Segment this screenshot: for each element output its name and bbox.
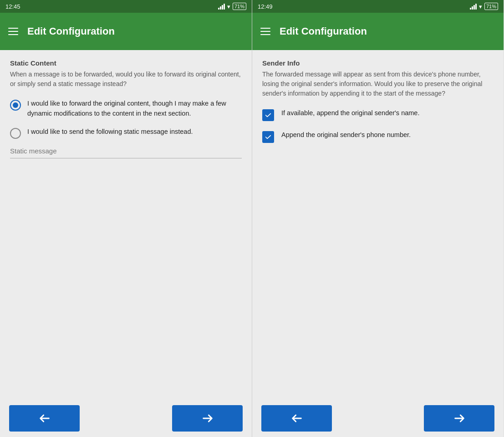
next-button-1[interactable] — [172, 405, 243, 432]
checkbox-box-1 — [262, 109, 274, 121]
status-icons-2: ▾ 71% — [470, 3, 498, 10]
radio-label-1: I would like to forward the original con… — [27, 99, 242, 119]
time-2: 12:49 — [258, 3, 273, 10]
back-arrow-icon-2 — [290, 412, 303, 425]
signal-icon-1 — [218, 3, 225, 10]
battery-1: 71% — [233, 3, 246, 10]
radio-circle-2 — [10, 128, 21, 139]
screen-1: 12:45 ▾ 71% Edit Configuration Static Co… — [0, 0, 252, 437]
bottom-nav-1 — [0, 400, 252, 437]
radio-option-1[interactable]: I would like to forward the original con… — [10, 99, 242, 119]
radio-label-2: I would like to send the following stati… — [27, 127, 193, 137]
section-desc-1: When a message is to be forwarded, would… — [10, 70, 242, 89]
radio-circle-1 — [10, 100, 21, 111]
menu-icon-1[interactable] — [8, 28, 18, 35]
checkmark-icon-1 — [265, 112, 272, 119]
wifi-icon-1: ▾ — [227, 3, 230, 10]
battery-2: 71% — [484, 3, 498, 10]
app-bar-2: Edit Configuration — [252, 13, 504, 50]
static-message-input[interactable] — [10, 147, 242, 155]
checkbox-box-2 — [262, 131, 274, 143]
section-desc-2: The forwarded message will appear as sen… — [262, 70, 494, 98]
content-2: Sender Info The forwarded message will a… — [252, 50, 504, 400]
back-button-1[interactable] — [9, 405, 80, 432]
back-arrow-icon-1 — [38, 412, 51, 425]
status-bar-1: 12:45 ▾ 71% — [0, 0, 252, 13]
checkbox-option-2[interactable]: Append the original sender's phone numbe… — [262, 130, 494, 143]
next-arrow-icon-1 — [201, 412, 214, 425]
app-title-1: Edit Configuration — [27, 25, 115, 37]
menu-icon-2[interactable] — [260, 28, 270, 35]
static-message-wrapper — [10, 147, 242, 158]
wifi-icon-2: ▾ — [479, 3, 482, 10]
section-title-1: Static Content — [10, 59, 242, 67]
content-1: Static Content When a message is to be f… — [0, 50, 252, 400]
next-arrow-icon-2 — [453, 412, 466, 425]
checkbox-option-1[interactable]: If available, append the original sender… — [262, 108, 494, 121]
status-bar-2: 12:49 ▾ 71% — [252, 0, 504, 13]
screen-2: 12:49 ▾ 71% Edit Configuration Sender In… — [252, 0, 504, 437]
section-title-2: Sender Info — [262, 59, 494, 67]
app-bar-1: Edit Configuration — [0, 13, 252, 50]
signal-icon-2 — [470, 3, 477, 10]
radio-option-2[interactable]: I would like to send the following stati… — [10, 127, 242, 139]
checkbox-label-2: Append the original sender's phone numbe… — [281, 130, 411, 140]
checkmark-icon-2 — [265, 133, 272, 141]
next-button-2[interactable] — [424, 405, 494, 432]
back-button-2[interactable] — [261, 405, 332, 432]
app-title-2: Edit Configuration — [280, 25, 367, 37]
status-icons-1: ▾ 71% — [218, 3, 246, 10]
bottom-nav-2 — [252, 400, 504, 437]
checkbox-label-1: If available, append the original sender… — [281, 108, 419, 118]
time-1: 12:45 — [5, 3, 20, 10]
